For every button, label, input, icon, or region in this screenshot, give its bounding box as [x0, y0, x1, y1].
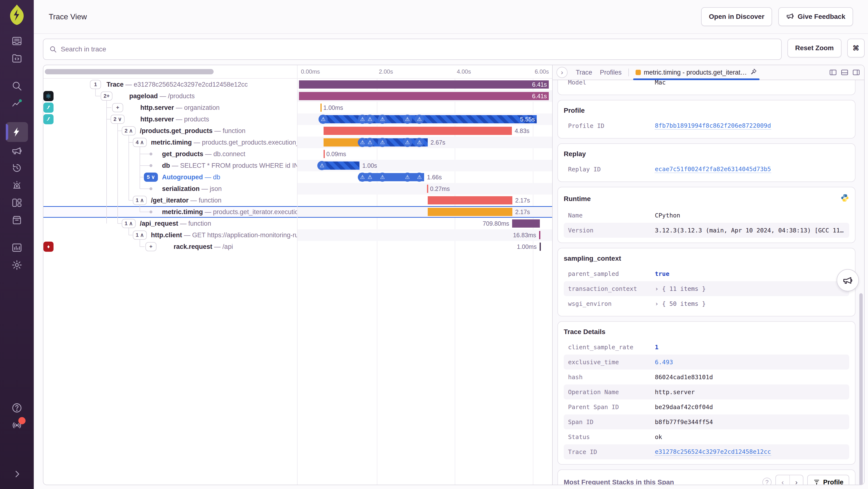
sidebar-item-issues[interactable]	[6, 32, 28, 50]
pin-icon[interactable]	[750, 68, 757, 77]
span-count-badge[interactable]: 1 ∧	[133, 230, 147, 240]
span-tree-row[interactable]: 4 ∧metric.timing — products.get_products…	[43, 137, 297, 148]
sidebar-item-help[interactable]	[6, 399, 28, 416]
reset-zoom-button[interactable]: Reset Zoom	[787, 39, 841, 57]
search-box[interactable]	[43, 39, 782, 60]
span-tree-row[interactable]: serialization — json	[43, 183, 297, 195]
pager-prev-button[interactable]: ‹	[776, 475, 789, 485]
span-bar[interactable]	[323, 138, 360, 146]
layout-left-icon[interactable]	[829, 68, 837, 77]
span-count-badge[interactable]: 4 ∧	[133, 138, 147, 147]
kv-value[interactable]: e31278c256524c3297e2cd12458e12cc	[655, 448, 771, 456]
timeline-row[interactable]: 6.41s	[298, 90, 552, 102]
timeline-row[interactable]: 0.09ms	[298, 148, 552, 160]
vertical-scrollbar[interactable]	[859, 293, 863, 485]
tab-trace[interactable]: Trace	[572, 65, 596, 80]
span-tree-row[interactable]: 1 ∧http.client — GET https://application…	[43, 229, 297, 241]
error-warning-icon[interactable]: ⚠	[403, 173, 412, 182]
layout-right-icon[interactable]	[852, 68, 860, 77]
span-count-badge[interactable]: 1 ∧	[122, 219, 136, 228]
error-warning-icon[interactable]: ⚠	[415, 173, 424, 182]
span-bar[interactable]	[323, 127, 512, 135]
search-input[interactable]	[61, 46, 775, 53]
error-warning-icon[interactable]: ⚠	[318, 115, 328, 124]
span-bar[interactable]	[428, 196, 513, 204]
error-warning-icon[interactable]: ⚠	[378, 173, 387, 182]
give-feedback-button[interactable]: Give Feedback	[778, 7, 853, 26]
span-bar[interactable]	[428, 208, 513, 216]
sidebar-item-discover[interactable]	[6, 211, 28, 229]
span-count-badge[interactable]: 2 ∨	[111, 115, 125, 124]
span-count-badge[interactable]: 5 ∨	[144, 173, 158, 182]
panel-collapse-button[interactable]: ›	[557, 67, 567, 78]
span-tree-row[interactable]: +♦rack.request — /api	[43, 241, 297, 253]
span-count-badge[interactable]: 2 ∧	[122, 126, 136, 136]
timeline-row[interactable]: 1.66s⚠⚠⚠⚠⚠	[298, 171, 552, 183]
span-count-badge[interactable]: +	[112, 103, 123, 112]
span-bar[interactable]: 6.41s	[299, 92, 549, 100]
tab-profiles[interactable]: Profiles	[596, 65, 625, 80]
span-tree-row[interactable]: 1 ∧/get_iterator — function	[43, 195, 297, 206]
timeline-row[interactable]: 709.80ms	[298, 218, 552, 229]
timeline-row[interactable]: 16.83ms	[298, 229, 552, 241]
timeline-row[interactable]: 2.17s	[298, 195, 552, 206]
span-tree-row[interactable]: 1Trace — e31278c256524c3297e2cd12458e12c…	[43, 79, 297, 90]
sidebar-item-replays[interactable]	[6, 159, 28, 177]
error-warning-icon[interactable]: ⚠	[378, 115, 387, 124]
timeline-row[interactable]: 2.17s	[298, 206, 552, 218]
timeline-row[interactable]: 4.83s	[298, 125, 552, 137]
sidebar-item-stats[interactable]	[6, 239, 28, 256]
sidebar-item-dashboards[interactable]	[6, 194, 28, 211]
timeline-row[interactable]: 1.00ms	[298, 241, 552, 253]
span-tree-row[interactable]: metric.timing — products.get_iterator.ex…	[43, 206, 297, 218]
span-tree-row[interactable]: 2+⚛pageload — /products	[43, 90, 297, 102]
span-count-badge[interactable]: +	[145, 242, 156, 251]
sidebar-item-projects[interactable]	[6, 50, 28, 67]
pager-next-button[interactable]: ›	[789, 475, 803, 485]
timeline-row[interactable]: 5.55s⚠⚠⚠⚠⚠⚠	[298, 113, 552, 125]
sidebar-item-settings[interactable]	[6, 256, 28, 274]
error-warning-icon[interactable]: ⚠	[317, 161, 327, 170]
shortcut-button[interactable]: ⌘	[847, 39, 865, 57]
span-bar[interactable]: 6.41s	[299, 80, 549, 89]
error-warning-icon[interactable]: ⚠	[365, 115, 374, 124]
sidebar-item-performance[interactable]	[6, 122, 28, 142]
sidebar-item-whatsnew[interactable]	[6, 416, 28, 434]
span-count-badge[interactable]: 2+	[100, 91, 112, 100]
error-warning-icon[interactable]: ⚠	[403, 138, 412, 147]
span-tree-row[interactable]: get_products — db.connect	[43, 148, 297, 160]
sentry-logo-icon[interactable]	[5, 3, 28, 26]
span-tree-row[interactable]: +http.server — organization	[43, 102, 297, 113]
sidebar-item-alerts[interactable]	[6, 177, 28, 194]
error-warning-icon[interactable]: ⚠	[415, 115, 424, 124]
timeline-row[interactable]: 1.00ms	[298, 102, 552, 113]
layout-bottom-icon[interactable]	[840, 68, 849, 77]
help-icon[interactable]: ?	[763, 478, 772, 485]
error-warning-icon[interactable]: ⚠	[403, 115, 412, 124]
span-bar[interactable]: 5.55s	[320, 115, 537, 123]
tab-span-active[interactable]: metric.timing - products.get_iterat…	[632, 65, 761, 80]
timeline-row[interactable]: 0.27ms	[298, 183, 552, 195]
error-warning-icon[interactable]: ⚠	[378, 138, 387, 147]
sidebar-item-metrics[interactable]	[6, 95, 28, 112]
open-in-discover-button[interactable]: Open in Discover	[701, 7, 772, 26]
span-tree-row[interactable]: db — SELECT * FROM products WHERE id IN …	[43, 160, 297, 171]
error-warning-icon[interactable]: ⚠	[365, 138, 374, 147]
span-tree-row[interactable]: 2 ∨http.server — products	[43, 113, 297, 125]
span-tree-row[interactable]: 2 ∧/products.get_products — function	[43, 125, 297, 137]
span-tree-row[interactable]: 5 ∨Autogrouped — db	[43, 171, 297, 183]
span-count-badge[interactable]: 1 ∧	[133, 196, 147, 205]
profile-button[interactable]: Profile	[807, 475, 849, 485]
sidebar-item-releases[interactable]	[6, 142, 28, 159]
sidebar-item-expand[interactable]	[6, 465, 28, 483]
error-warning-icon[interactable]: ⚠	[365, 173, 374, 182]
timeline-row[interactable]: 6.41s	[298, 79, 552, 90]
feedback-fab-button[interactable]	[837, 269, 859, 291]
kv-value[interactable]: ecae7c51f0024f2fa82e6314045d73b5	[655, 166, 771, 173]
horizontal-scrollbar[interactable]	[45, 69, 214, 74]
sidebar-item-search[interactable]	[6, 77, 28, 95]
span-bar[interactable]	[512, 220, 540, 228]
kv-value[interactable]: 8fb7bb1891994f8c862f206e8722009d	[655, 122, 771, 130]
span-tree-row[interactable]: 1 ∧/api_request — function	[43, 218, 297, 229]
timeline-row[interactable]: 2.67s⚠⚠⚠⚠⚠	[298, 137, 552, 148]
